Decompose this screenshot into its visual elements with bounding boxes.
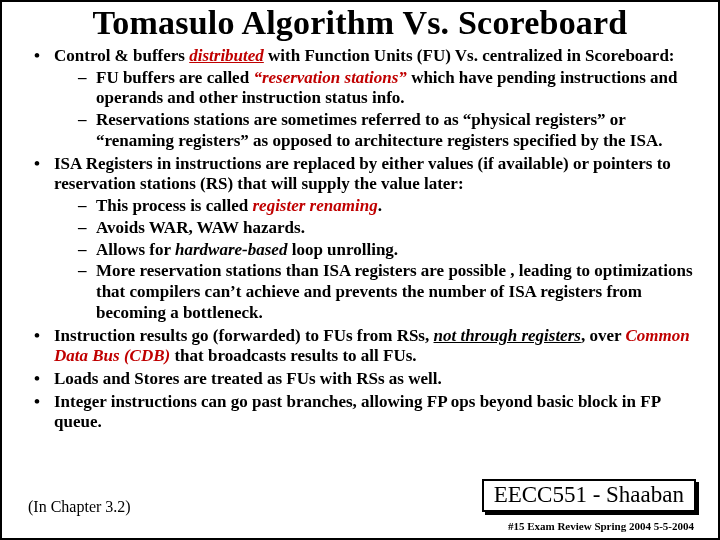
chapter-note: (In Chapter 3.2) xyxy=(28,498,131,516)
course-box: EECC551 - Shaaban xyxy=(482,479,696,512)
b2s1-post: . xyxy=(378,196,382,215)
b2s3-keyword-hardware-based: hardware-based xyxy=(175,240,287,259)
b1-pre: Control & buffers xyxy=(54,46,189,65)
b2s1-keyword-register-renaming: register renaming xyxy=(252,196,377,215)
b2s1-pre: This process is called xyxy=(96,196,252,215)
b2-text: ISA Registers in instructions are replac… xyxy=(54,154,671,194)
bullet-1: Control & buffers distributed with Funct… xyxy=(34,46,700,152)
bullet-2-sub-4: More reservation stations than ISA regis… xyxy=(78,261,700,323)
bullet-1-sublist: FU buffers are called “reservation stati… xyxy=(54,68,700,152)
b3-post: that broadcasts results to all FUs. xyxy=(170,346,416,365)
b3-keyword-not-through-registers: not through registers xyxy=(434,326,581,345)
bullet-2-sublist: This process is called register renaming… xyxy=(54,196,700,323)
b1-keyword-distributed: distributed xyxy=(189,46,264,65)
bullet-2-sub-2: Avoids WAR, WAW hazards. xyxy=(78,218,700,239)
bullet-2-sub-3: Allows for hardware-based loop unrolling… xyxy=(78,240,700,261)
b1-post: with Function Units (FU) Vs. centralized… xyxy=(264,46,675,65)
slide-frame: Tomasulo Algorithm Vs. Scoreboard Contro… xyxy=(0,0,720,540)
bullet-4: Loads and Stores are treated as FUs with… xyxy=(34,369,700,390)
b3-mid: , over xyxy=(581,326,626,345)
b1s1-keyword-reservation-stations: “reservation stations” xyxy=(253,68,407,87)
bullet-2-sub-1: This process is called register renaming… xyxy=(78,196,700,217)
b1s1-pre: FU buffers are called xyxy=(96,68,253,87)
footer-note: #15 Exam Review Spring 2004 5-5-2004 xyxy=(508,520,694,532)
bullet-5: Integer instructions can go past branche… xyxy=(34,392,700,433)
bullet-1-sub-1: FU buffers are called “reservation stati… xyxy=(78,68,700,109)
b2s3-pre: Allows for xyxy=(96,240,175,259)
bullet-2: ISA Registers in instructions are replac… xyxy=(34,154,700,324)
bullet-list: Control & buffers distributed with Funct… xyxy=(20,46,700,433)
b2s3-post: loop unrolling. xyxy=(287,240,398,259)
bullet-3: Instruction results go (forwarded) to FU… xyxy=(34,326,700,367)
b3-pre: Instruction results go (forwarded) to FU… xyxy=(54,326,434,345)
slide-title: Tomasulo Algorithm Vs. Scoreboard xyxy=(20,4,700,42)
bullet-1-sub-2: Reservations stations are sometimes refe… xyxy=(78,110,700,151)
